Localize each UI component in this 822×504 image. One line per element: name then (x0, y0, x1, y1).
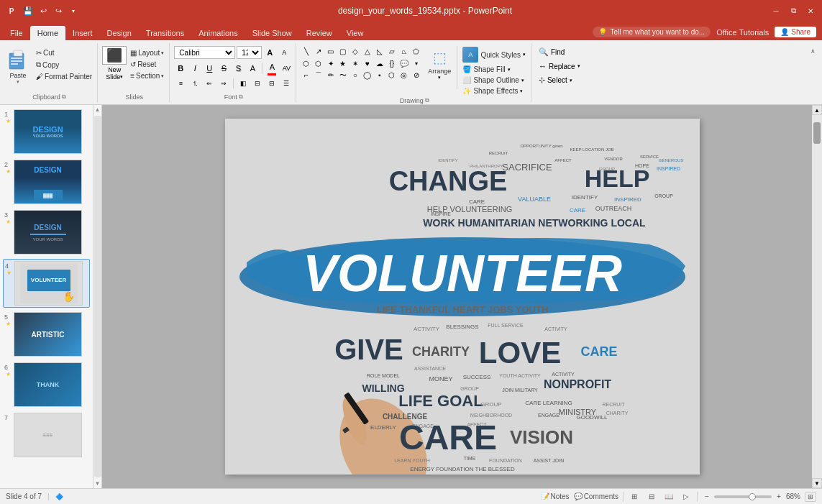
font-name-select[interactable]: Calibri (174, 46, 235, 59)
normal-view-button[interactable]: ⊞ (628, 491, 641, 503)
decrease-font-size-button[interactable]: A (278, 46, 291, 59)
cube-shape[interactable]: ▪ (374, 70, 385, 81)
rounded-rect-shape[interactable]: ▢ (337, 46, 348, 57)
slide-thumb-2[interactable]: 2 ★ DESIGN ▓▓▓ (3, 158, 90, 206)
undo-button[interactable]: ↩ (37, 4, 50, 17)
character-spacing-button[interactable]: AV (280, 62, 293, 75)
bracket-shape[interactable]: {} (386, 58, 397, 69)
find-button[interactable]: 🔍 Find (536, 46, 583, 58)
clear-format-button[interactable]: A (246, 62, 259, 75)
vertical-scrollbar[interactable]: ▲ ▼ (812, 105, 822, 488)
rect-shape[interactable]: ▭ (325, 46, 336, 57)
slide-thumb-7[interactable]: 7 ★ ≡≡≡ (3, 411, 90, 459)
zoom-handle[interactable] (749, 493, 756, 500)
tab-design[interactable]: Design (100, 26, 139, 40)
tab-home[interactable]: Home (30, 26, 65, 40)
share-button[interactable]: 👤 Share (775, 27, 816, 37)
select-button[interactable]: ⊹ Select ▾ (536, 74, 583, 86)
reset-button[interactable]: ↺ Reset (128, 60, 166, 69)
tab-slideshow[interactable]: Slide Show (245, 26, 299, 40)
italic-button[interactable]: I (188, 62, 201, 75)
close-button[interactable]: ✕ (805, 6, 816, 16)
zoom-out-button[interactable]: − (702, 492, 712, 502)
fit-slide-button[interactable]: ⊞ (805, 492, 816, 502)
star4-shape[interactable]: ✦ (325, 58, 336, 69)
bevel-shape[interactable]: ⬡ (386, 70, 397, 81)
scroll-up-button[interactable]: ▲ (812, 105, 822, 115)
right-triangle-shape[interactable]: ◺ (374, 46, 385, 57)
heart-shape[interactable]: ♥ (362, 58, 373, 69)
format-painter-button[interactable]: 🖌 Format Painter (34, 72, 94, 81)
scroll-down-arrow[interactable]: ▼ (93, 479, 102, 488)
scroll-down-button[interactable]: ▼ (812, 478, 822, 488)
bold-button[interactable]: B (174, 62, 187, 75)
pentagon-shape[interactable]: ⬠ (411, 46, 421, 57)
align-right-button[interactable]: ⊟ (265, 77, 278, 90)
font-size-select[interactable]: 12 (237, 46, 262, 59)
octagon-shape[interactable]: ⬡ (313, 58, 324, 69)
tab-transitions[interactable]: Transitions (139, 26, 191, 40)
minimize-button[interactable]: ─ (770, 6, 782, 16)
reading-view-button[interactable]: 📖 (662, 491, 675, 503)
slide-canvas[interactable]: OPPORTUNITY given RECRUIT KEEP LOCATION … (225, 119, 700, 475)
quick-styles-button[interactable]: A Quick Styles ▾ (460, 46, 528, 63)
freeform-shape[interactable]: ✏ (325, 70, 336, 81)
diamond-shape[interactable]: ◇ (350, 46, 360, 57)
office-tutorials-link[interactable]: Office Tutorials (716, 28, 769, 37)
redo-button[interactable]: ↪ (52, 4, 65, 17)
save-button[interactable]: 💾 (22, 4, 35, 17)
cloud-shape[interactable]: ☁ (374, 58, 385, 69)
customize-qat-button[interactable]: ▾ (67, 4, 80, 17)
more-shapes[interactable]: ▾ (411, 58, 421, 69)
tell-me-box[interactable]: 💡 Tell me what you want to do... (593, 27, 711, 37)
oval-shape[interactable]: ◯ (362, 70, 373, 81)
zoom-in-button[interactable]: + (774, 492, 784, 502)
slide-panel-scrollbar[interactable]: ▲ ▼ (93, 105, 102, 488)
tab-animations[interactable]: Animations (191, 26, 245, 40)
justify-button[interactable]: ☰ (280, 77, 293, 90)
notes-button[interactable]: 📝 Notes (541, 492, 570, 500)
tab-view[interactable]: View (339, 26, 371, 40)
star5-shape[interactable]: ★ (337, 58, 348, 69)
slide-thumb-5[interactable]: 5 ★ ARTISTIC (3, 311, 90, 358)
section-button[interactable]: ≡ Section ▾ (128, 71, 166, 81)
hexagon-shape[interactable]: ⬡ (301, 58, 311, 69)
circle-shape[interactable]: ○ (350, 70, 360, 81)
slideshow-button[interactable]: ▷ (680, 491, 693, 503)
align-center-button[interactable]: ⊟ (251, 77, 264, 90)
font-expand-icon[interactable]: ⧉ (239, 93, 243, 101)
align-left-button[interactable]: ◧ (237, 77, 250, 90)
layout-button[interactable]: ▦ Layout ▾ (128, 48, 166, 58)
triangle-shape[interactable]: △ (362, 46, 373, 57)
elbow-shape[interactable]: ⌐ (301, 70, 311, 81)
arrange-button[interactable]: ⬚ Arrange ▾ (425, 46, 454, 82)
restore-button[interactable]: ⧉ (787, 6, 799, 16)
zoom-slider[interactable] (714, 495, 772, 498)
font-color-button[interactable]: A (265, 60, 278, 73)
donut-shape[interactable]: ◎ (398, 70, 409, 81)
slide-thumb-4[interactable]: 4 ★ VOLUNTEER ✋ (3, 259, 90, 308)
bullets-button[interactable]: ≡ (174, 77, 187, 90)
comments-button[interactable]: 💬 Comments (574, 492, 618, 500)
star6-shape[interactable]: ✶ (350, 58, 360, 69)
shape-outline-button[interactable]: ⬜ Shape Outline ▾ (460, 75, 528, 85)
parallelogram-shape[interactable]: ▱ (386, 46, 397, 57)
clipboard-expand-icon[interactable]: ⧉ (62, 93, 66, 101)
paste-button[interactable]: Paste ▾ (4, 46, 32, 86)
numbering-button[interactable]: ⒈ (188, 77, 201, 90)
tab-file[interactable]: File (3, 26, 30, 40)
trapezoid-shape[interactable]: ⏢ (398, 46, 409, 57)
shadow-button[interactable]: S (232, 62, 245, 75)
copy-button[interactable]: ⧉ Copy (34, 60, 94, 70)
strikethrough-button[interactable]: S (217, 62, 230, 75)
slide-sorter-button[interactable]: ⊟ (645, 491, 658, 503)
slide-thumb-1[interactable]: 1 ★ DESIGN YOUR WORDS (3, 108, 90, 155)
curve-shape[interactable]: ⌒ (313, 70, 324, 81)
collapse-ribbon-button[interactable]: ∧ (808, 46, 818, 56)
callout-shape[interactable]: 💬 (398, 58, 409, 69)
slide-thumb-6[interactable]: 6 ★ THANK (3, 361, 90, 408)
increase-indent-button[interactable]: ⇒ (217, 77, 230, 90)
scroll-up-arrow[interactable]: ▲ (93, 105, 102, 114)
replace-button[interactable]: ↔ Replace ▾ (536, 60, 583, 72)
cut-button[interactable]: ✂ Cut (34, 48, 94, 58)
